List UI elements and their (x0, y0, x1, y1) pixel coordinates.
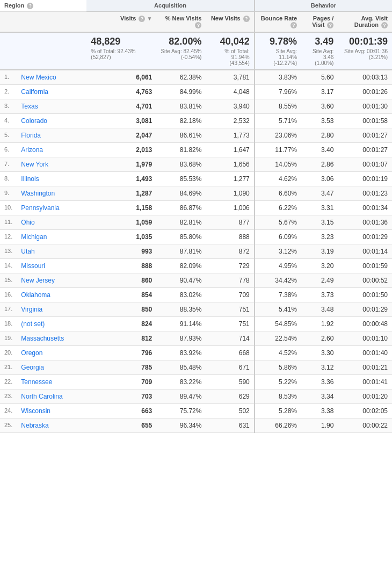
row-region[interactable]: Georgia (17, 360, 86, 375)
visits-col-header[interactable]: Visits ? ▼ (86, 12, 156, 33)
bounce-info-icon[interactable]: ? (291, 22, 297, 28)
column-headers: Visits ? ▼ % New Visits ? New Visits ? B… (0, 12, 392, 33)
region-link[interactable]: North Carolina (21, 393, 62, 400)
row-pct-new: 83.02% (156, 288, 206, 302)
row-region[interactable]: Oklahoma (17, 288, 86, 302)
new-visits-info-icon[interactable]: ? (243, 16, 250, 22)
row-region[interactable]: New York (17, 157, 86, 172)
row-pct-new: 96.34% (156, 418, 206, 433)
row-visits: 1,287 (86, 186, 156, 201)
region-link[interactable]: Texas (21, 103, 38, 110)
row-num: 8. (0, 172, 17, 186)
pages-visit-col-header[interactable]: Pages / Visit ? (301, 12, 338, 33)
region-link[interactable]: Pennsylvania (21, 204, 59, 212)
acquisition-group-label: Acquisition (154, 2, 186, 9)
row-visits: 703 (86, 389, 156, 404)
region-link[interactable]: California (21, 88, 48, 96)
row-num: 6. (0, 143, 17, 157)
region-link[interactable]: Illinois (21, 175, 39, 183)
row-region[interactable]: Arizona (17, 143, 86, 157)
behavior-group-label: Behavior (311, 2, 336, 9)
region-link[interactable]: Utah (21, 248, 34, 255)
row-avg: 00:01:30 (338, 99, 392, 114)
row-new-visits: 751 (206, 317, 254, 331)
region-link[interactable]: Virginia (21, 306, 42, 313)
region-link[interactable]: Nebraska (21, 422, 48, 429)
row-region[interactable]: Massachusetts (17, 331, 86, 346)
region-link[interactable]: Washington (21, 190, 55, 197)
row-region[interactable]: Colorado (17, 114, 86, 128)
avg-visit-info-icon[interactable]: ? (381, 22, 388, 28)
row-new-visits: 1,090 (206, 186, 254, 201)
region-link[interactable]: Arizona (21, 146, 43, 154)
region-link[interactable]: Massachusetts (21, 335, 64, 342)
region-link[interactable]: New York (21, 161, 48, 168)
row-new-visits: 1,656 (206, 157, 254, 172)
region-link[interactable]: New Jersey (21, 277, 55, 284)
region-link[interactable]: (not set) (21, 320, 45, 328)
row-visits: 663 (86, 404, 156, 418)
row-region[interactable]: California (17, 85, 86, 99)
row-new-visits: 3,781 (206, 70, 254, 85)
region-info-icon[interactable]: ? (27, 3, 33, 9)
avg-visit-col-header[interactable]: Avg. Visit Duration ? (338, 12, 392, 33)
row-bounce: 7.96% (255, 85, 301, 99)
pct-new-visits-col-header[interactable]: % New Visits ? (156, 12, 206, 33)
row-avg: 00:01:26 (338, 85, 392, 99)
table-row: 11.Ohio1,05982.81%8775.67%3.1500:01:36 (0, 215, 392, 230)
row-bounce: 7.38% (255, 288, 301, 302)
row-region[interactable]: Ohio (17, 215, 86, 230)
row-region[interactable]: Michigan (17, 230, 86, 244)
row-region[interactable]: Wisconsin (17, 404, 86, 418)
row-region[interactable]: Missouri (17, 259, 86, 273)
region-link[interactable]: New Mexico (21, 74, 56, 81)
row-new-visits: 4,048 (206, 85, 254, 99)
region-link[interactable]: Colorado (21, 117, 47, 125)
num-col-header (0, 12, 17, 33)
row-region[interactable]: New Mexico (17, 70, 86, 85)
row-region[interactable]: North Carolina (17, 389, 86, 404)
visits-info-icon[interactable]: ? (139, 16, 145, 22)
row-pct-new: 83.81% (156, 99, 206, 114)
row-region[interactable]: (not set) (17, 317, 86, 331)
row-bounce: 5.22% (255, 375, 301, 389)
region-link[interactable]: Missouri (21, 262, 45, 270)
row-region[interactable]: Nebraska (17, 418, 86, 433)
column-group-header: Region ? Acquisition Behavior (0, 0, 392, 12)
row-visits: 2,047 (86, 128, 156, 143)
row-visits: 4,763 (86, 85, 156, 99)
region-link[interactable]: Georgia (21, 364, 44, 371)
pct-new-info-icon[interactable]: ? (195, 22, 201, 28)
region-link[interactable]: Ohio (21, 219, 34, 226)
row-visits: 1,035 (86, 230, 156, 244)
row-bounce: 4.52% (255, 346, 301, 360)
row-region[interactable]: Illinois (17, 172, 86, 186)
region-link[interactable]: Oklahoma (21, 291, 50, 299)
new-visits-col-header[interactable]: New Visits ? (206, 12, 254, 33)
row-region[interactable]: Tennessee (17, 375, 86, 389)
region-link[interactable]: Tennessee (21, 378, 52, 386)
pages-info-icon[interactable]: ? (327, 22, 333, 28)
region-link[interactable]: Wisconsin (21, 407, 50, 415)
row-region[interactable]: Florida (17, 128, 86, 143)
row-bounce: 23.06% (255, 128, 301, 143)
row-new-visits: 778 (206, 273, 254, 288)
row-pct-new: 86.61% (156, 128, 206, 143)
row-new-visits: 1,773 (206, 128, 254, 143)
totals-pct-new: 82.00% Site Avg: 82.45% (-0.54%) (156, 32, 206, 70)
region-link[interactable]: Michigan (21, 233, 47, 241)
row-region[interactable]: Virginia (17, 302, 86, 317)
region-link[interactable]: Florida (21, 132, 41, 139)
row-num: 18. (0, 317, 17, 331)
row-region[interactable]: Washington (17, 186, 86, 201)
region-link[interactable]: Oregon (21, 349, 42, 357)
row-visits: 655 (86, 418, 156, 433)
row-avg: 00:00:48 (338, 317, 392, 331)
row-region[interactable]: Pennsylvania (17, 201, 86, 215)
row-region[interactable]: Texas (17, 99, 86, 114)
row-avg: 00:01:40 (338, 346, 392, 360)
bounce-rate-col-header[interactable]: Bounce Rate ? (255, 12, 301, 33)
row-region[interactable]: New Jersey (17, 273, 86, 288)
row-region[interactable]: Oregon (17, 346, 86, 360)
row-region[interactable]: Utah (17, 244, 86, 259)
